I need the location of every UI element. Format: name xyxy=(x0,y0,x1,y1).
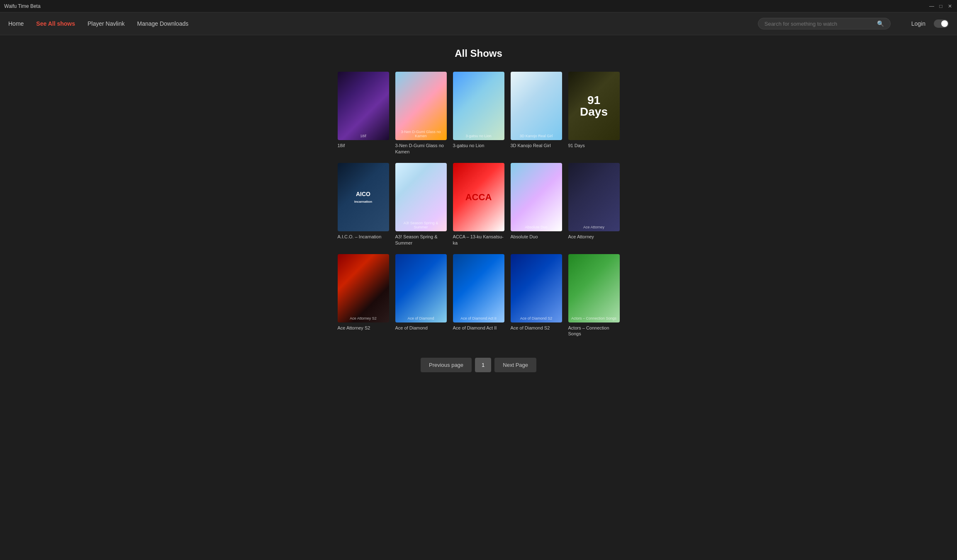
show-title-ace-diamond-s2: Ace of Diamond S2 xyxy=(511,325,562,331)
show-card-ace-diamond2[interactable]: Ace of Diamond Act II Ace of Diamond Act… xyxy=(453,254,504,337)
show-poster-inner-acca: ACCA xyxy=(453,163,504,231)
show-title-a3: A3! Season Spring & Summer xyxy=(395,234,447,246)
show-card-91days[interactable]: 91Days 91 Days xyxy=(568,72,620,155)
show-card-actors[interactable]: Actors – Connection Songs Actors – Conne… xyxy=(568,254,620,337)
show-poster-inner-ace-diamond: Ace of Diamond xyxy=(395,254,447,322)
show-card-18if[interactable]: 18if 18if xyxy=(338,72,389,155)
minimize-button[interactable]: — xyxy=(929,3,935,9)
show-poster-ace-s2: Ace Attorney S2 xyxy=(338,254,389,322)
show-title-ace-diamond: Ace of Diamond xyxy=(395,325,447,331)
show-poster-inner-absolute: Absolute Duo xyxy=(511,163,562,231)
show-title-ace: Ace Attorney xyxy=(568,234,620,240)
show-poster-absolute: Absolute Duo xyxy=(511,163,562,231)
search-input[interactable] xyxy=(765,21,875,27)
show-card-absolute[interactable]: Absolute Duo Absolute Duo xyxy=(511,163,562,246)
show-card-ace[interactable]: Ace Attorney Ace Attorney xyxy=(568,163,620,246)
nav-right: Login xyxy=(911,19,949,28)
show-poster-3d-kanojo: 3D Kanojo Real Girl xyxy=(511,72,562,140)
page-title: All Shows xyxy=(8,48,949,59)
show-title-actors: Actors – Connection Songs xyxy=(568,325,620,337)
show-poster-ace-diamond2: Ace of Diamond Act II xyxy=(453,254,504,322)
show-title-ace-s2: Ace Attorney S2 xyxy=(338,325,389,331)
show-title-3nen: 3-Nen D-Gumi Glass no Kamen xyxy=(395,143,447,155)
navbar: Home See All shows Player Navlink Manage… xyxy=(0,12,957,35)
show-poster-inner-3gatsu: 3-gatsu no Lion xyxy=(453,72,504,140)
next-page-button[interactable]: Next Page xyxy=(494,358,536,372)
app-title: Waifu Time Beta xyxy=(4,3,41,9)
search-bar[interactable]: 🔍 xyxy=(758,18,891,29)
pagination: Previous page 1 Next Page xyxy=(8,358,949,389)
show-poster-3nen: 3-Nen D-Gumi Glass no Kamen xyxy=(395,72,447,140)
theme-toggle[interactable] xyxy=(934,19,949,28)
show-poster-aico: AICOIncarnation xyxy=(338,163,389,231)
show-poster-91days: 91Days xyxy=(568,72,620,140)
show-title-ace-diamond2: Ace of Diamond Act II xyxy=(453,325,504,331)
show-poster-acca: ACCA xyxy=(453,163,504,231)
nav-home[interactable]: Home xyxy=(8,20,24,27)
show-card-3d-kanojo[interactable]: 3D Kanojo Real Girl 3D Kanojo Real Girl xyxy=(511,72,562,155)
show-title-absolute: Absolute Duo xyxy=(511,234,562,240)
show-poster-18if: 18if xyxy=(338,72,389,140)
nav-manage-downloads[interactable]: Manage Downloads xyxy=(137,20,188,27)
show-poster-inner-actors: Actors – Connection Songs xyxy=(568,254,620,322)
show-poster-inner-ace-diamond-s2: Ace of Diamond S2 xyxy=(511,254,562,322)
show-poster-inner-aico: AICOIncarnation xyxy=(338,163,389,231)
show-card-3nen[interactable]: 3-Nen D-Gumi Glass no Kamen 3-Nen D-Gumi… xyxy=(395,72,447,155)
show-card-ace-s2[interactable]: Ace Attorney S2 Ace Attorney S2 xyxy=(338,254,389,337)
show-poster-inner-ace-s2: Ace Attorney S2 xyxy=(338,254,389,322)
show-title-3d-kanojo: 3D Kanojo Real Girl xyxy=(511,143,562,148)
show-card-ace-diamond[interactable]: Ace of Diamond Ace of Diamond xyxy=(395,254,447,337)
show-card-acca[interactable]: ACCA ACCA – 13-ku Kansatsu-ka xyxy=(453,163,504,246)
show-poster-inner-3nen: 3-Nen D-Gumi Glass no Kamen xyxy=(395,72,447,140)
show-poster-actors: Actors – Connection Songs xyxy=(568,254,620,322)
close-button[interactable]: ✕ xyxy=(947,3,953,9)
show-poster-inner-91days: 91Days xyxy=(568,72,620,140)
main-content: All Shows 18if 18if 3-Nen D-Gumi Glass n… xyxy=(0,35,957,401)
show-title-91days: 91 Days xyxy=(568,143,620,148)
window-controls: — □ ✕ xyxy=(929,3,953,9)
show-title-acca: ACCA – 13-ku Kansatsu-ka xyxy=(453,234,504,246)
show-poster-inner-3d-kanojo: 3D Kanojo Real Girl xyxy=(511,72,562,140)
nav-see-all-shows[interactable]: See All shows xyxy=(36,20,75,27)
current-page-button[interactable]: 1 xyxy=(475,358,491,372)
show-card-a3[interactable]: A3! Season Spring & Summer A3! Season Sp… xyxy=(395,163,447,246)
show-title-18if: 18if xyxy=(338,143,389,148)
show-poster-ace-diamond: Ace of Diamond xyxy=(395,254,447,322)
show-poster-a3: A3! Season Spring & Summer xyxy=(395,163,447,231)
show-poster-3gatsu: 3-gatsu no Lion xyxy=(453,72,504,140)
title-bar: Waifu Time Beta — □ ✕ xyxy=(0,0,957,12)
show-poster-ace-diamond-s2: Ace of Diamond S2 xyxy=(511,254,562,322)
show-card-ace-diamond-s2[interactable]: Ace of Diamond S2 Ace of Diamond S2 xyxy=(511,254,562,337)
show-poster-inner-ace-diamond2: Ace of Diamond Act II xyxy=(453,254,504,322)
show-title-aico: A.I.C.O. – Incarnation xyxy=(338,234,389,240)
show-poster-ace: Ace Attorney xyxy=(568,163,620,231)
maximize-button[interactable]: □ xyxy=(938,3,944,9)
search-icon[interactable]: 🔍 xyxy=(877,20,884,27)
login-button[interactable]: Login xyxy=(911,20,925,27)
show-poster-inner-a3: A3! Season Spring & Summer xyxy=(395,163,447,231)
show-poster-inner-ace: Ace Attorney xyxy=(568,163,620,231)
show-title-3gatsu: 3-gatsu no Lion xyxy=(453,143,504,148)
show-poster-inner-18if: 18if xyxy=(338,72,389,140)
show-card-3gatsu[interactable]: 3-gatsu no Lion 3-gatsu no Lion xyxy=(453,72,504,155)
previous-page-button[interactable]: Previous page xyxy=(421,358,472,372)
show-card-aico[interactable]: AICOIncarnation A.I.C.O. – Incarnation xyxy=(338,163,389,246)
shows-grid: 18if 18if 3-Nen D-Gumi Glass no Kamen 3-… xyxy=(338,72,620,337)
nav-player-navlink[interactable]: Player Navlink xyxy=(88,20,124,27)
